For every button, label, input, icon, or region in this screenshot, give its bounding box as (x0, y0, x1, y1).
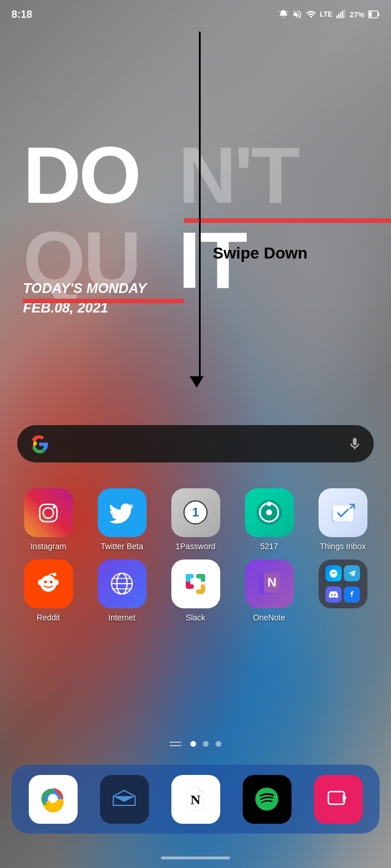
status-icons: LTE 27% (278, 9, 379, 20)
slack-label: Slack (186, 613, 205, 622)
svg-point-20 (44, 581, 47, 584)
reddit-icon (24, 560, 73, 608)
app-reddit[interactable]: Reddit (17, 560, 80, 622)
svg-rect-4 (344, 10, 345, 18)
battery-percent: 27% (350, 10, 365, 19)
svg-text:N: N (267, 575, 277, 589)
svg-point-23 (53, 573, 56, 576)
wifi-icon (306, 9, 316, 20)
lte-badge: LTE (320, 10, 332, 18)
svg-point-21 (49, 581, 52, 584)
svg-rect-3 (342, 10, 343, 18)
things-label: Things Inbox (320, 542, 366, 551)
do-text: DO (23, 135, 139, 215)
home-indicator (161, 857, 230, 859)
5217-icon (245, 488, 294, 537)
svg-marker-47 (113, 796, 135, 802)
arrow-head (190, 376, 204, 388)
red-line-1 (184, 218, 391, 223)
status-time: 8:18 (12, 9, 32, 21)
app-5217[interactable]: 5217 (237, 488, 301, 551)
instagram-icon (24, 488, 73, 537)
date-line1: TODAY'S MONDAY FEB.08, 2021 (23, 279, 147, 317)
dock: N (12, 765, 379, 834)
arrow-line (199, 32, 201, 376)
notion-icon: N (180, 784, 212, 815)
app-folder[interactable] (311, 560, 374, 622)
svg-rect-52 (328, 792, 344, 804)
battery-icon (368, 10, 379, 18)
svg-rect-6 (378, 13, 379, 16)
red-line-2 (23, 299, 184, 303)
onenote-icon: N (245, 560, 294, 608)
page-dot-3[interactable] (216, 741, 221, 747)
dock-chrome[interactable] (29, 775, 78, 824)
dock-notion[interactable]: N (171, 775, 220, 824)
internet-label: Internet (108, 613, 135, 622)
folder-label (342, 613, 344, 622)
svg-point-19 (40, 576, 56, 592)
app-twitter[interactable]: Twitter Beta (90, 488, 154, 551)
svg-rect-38 (186, 574, 190, 582)
app-instagram[interactable]: Instagram (17, 488, 80, 551)
things-icon (319, 488, 367, 537)
signal-icon (336, 9, 346, 20)
dock-spotify[interactable] (243, 775, 292, 824)
5217-label: 5217 (260, 542, 278, 551)
svg-point-25 (54, 580, 59, 585)
search-bar[interactable] (17, 425, 374, 462)
menu-lines-icon (170, 742, 181, 746)
dock-email[interactable] (100, 775, 149, 824)
svg-rect-0 (336, 16, 338, 18)
app-1password[interactable]: 1 1Password (164, 488, 227, 551)
svg-point-45 (49, 795, 57, 803)
mic-icon[interactable] (347, 437, 362, 452)
1password-icon: 1 (171, 488, 220, 537)
app-things[interactable]: Things Inbox (311, 488, 374, 551)
svg-rect-1 (338, 14, 339, 18)
date-label: TODAY'S MONDAY FEB.08, 2021 (23, 279, 147, 317)
reddit-label: Reddit (37, 613, 60, 622)
svg-rect-34 (201, 584, 205, 592)
spotify-icon (251, 784, 283, 815)
twitter-label: Twitter Beta (101, 542, 143, 551)
status-bar: 8:18 LTE 27% (0, 0, 391, 29)
internet-icon (98, 560, 147, 608)
svg-point-15 (266, 510, 272, 515)
mute-icon (292, 9, 302, 20)
app-onenote[interactable]: N OneNote (237, 560, 301, 622)
folder-icon (319, 560, 367, 608)
screen-icon (323, 784, 354, 815)
1password-label: 1Password (175, 542, 215, 551)
dock-screen[interactable] (314, 775, 363, 824)
svg-text:1: 1 (191, 505, 198, 519)
alarm-icon (278, 9, 289, 20)
onenote-label: OneNote (253, 613, 285, 622)
twitter-icon (98, 488, 147, 537)
instagram-label: Instagram (30, 542, 66, 551)
arrow-container (195, 32, 204, 388)
google-logo (29, 434, 49, 454)
svg-rect-36 (201, 574, 205, 582)
svg-point-24 (38, 580, 43, 585)
slack-icon (171, 560, 220, 608)
svg-point-10 (53, 506, 56, 508)
page-indicators (0, 741, 391, 747)
page-dot-1[interactable] (190, 741, 196, 747)
app-row-2: Reddit Internet (12, 560, 379, 622)
svg-text:N: N (190, 792, 201, 807)
svg-point-51 (255, 788, 278, 811)
chrome-icon (37, 784, 69, 815)
svg-point-16 (267, 501, 271, 506)
svg-point-9 (43, 508, 53, 518)
app-slack[interactable]: Slack (164, 560, 227, 622)
app-internet[interactable]: Internet (90, 560, 154, 622)
svg-rect-2 (340, 12, 341, 18)
app-grid: Instagram Twitter Beta 1 1Password (0, 488, 391, 628)
swipe-down-label: Swipe Down (213, 244, 308, 263)
email-icon (109, 784, 140, 815)
page-dot-2[interactable] (203, 741, 209, 747)
app-row-1: Instagram Twitter Beta 1 1Password (12, 488, 379, 551)
svg-rect-7 (369, 12, 372, 17)
